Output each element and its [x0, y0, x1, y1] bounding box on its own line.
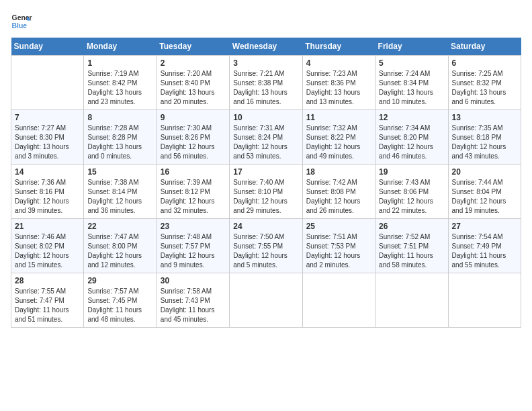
calendar-cell [11, 56, 84, 110]
calendar-week-row: 7 Sunrise: 7:27 AMSunset: 8:30 PMDayligh… [11, 110, 521, 165]
calendar-cell: 17 Sunrise: 7:40 AMSunset: 8:10 PMDaylig… [230, 165, 302, 219]
day-info: Sunrise: 7:25 AMSunset: 8:32 PMDaylight:… [452, 69, 517, 107]
day-info: Sunrise: 7:23 AMSunset: 8:36 PMDaylight:… [306, 69, 371, 107]
day-info: Sunrise: 7:54 AMSunset: 7:49 PMDaylight:… [452, 232, 517, 270]
day-number: 30 [161, 276, 226, 285]
header-sunday: Sunday [11, 38, 84, 56]
day-number: 18 [306, 167, 371, 177]
day-info: Sunrise: 7:57 AMSunset: 7:45 PMDaylight:… [87, 287, 152, 324]
day-number: 14 [15, 167, 80, 177]
calendar-cell: 19 Sunrise: 7:43 AMSunset: 8:06 PMDaylig… [375, 165, 448, 219]
calendar-cell: 2 Sunrise: 7:20 AMSunset: 8:40 PMDayligh… [157, 56, 229, 110]
calendar-cell: 26 Sunrise: 7:52 AMSunset: 7:51 PMDaylig… [375, 219, 448, 273]
day-number: 21 [15, 222, 80, 231]
day-number: 8 [87, 113, 152, 122]
calendar-cell: 1 Sunrise: 7:19 AMSunset: 8:42 PMDayligh… [84, 56, 157, 110]
calendar-cell: 21 Sunrise: 7:46 AMSunset: 8:02 PMDaylig… [11, 219, 84, 273]
day-number: 2 [161, 58, 226, 68]
calendar-cell: 29 Sunrise: 7:57 AMSunset: 7:45 PMDaylig… [84, 273, 157, 328]
day-number: 7 [15, 113, 80, 122]
day-number: 15 [87, 167, 152, 177]
calendar-cell: 15 Sunrise: 7:38 AMSunset: 8:14 PMDaylig… [84, 165, 157, 219]
day-info: Sunrise: 7:46 AMSunset: 8:02 PMDaylight:… [15, 232, 80, 270]
day-info: Sunrise: 7:52 AMSunset: 7:51 PMDaylight:… [379, 232, 444, 270]
day-info: Sunrise: 7:47 AMSunset: 8:00 PMDaylight:… [87, 232, 152, 270]
day-info: Sunrise: 7:58 AMSunset: 7:43 PMDaylight:… [161, 287, 226, 324]
day-info: Sunrise: 7:28 AMSunset: 8:28 PMDaylight:… [87, 124, 152, 161]
day-info: Sunrise: 7:42 AMSunset: 8:08 PMDaylight:… [306, 178, 371, 216]
header-wednesday: Wednesday [230, 38, 302, 56]
day-number: 1 [87, 58, 152, 68]
day-info: Sunrise: 7:40 AMSunset: 8:10 PMDaylight:… [233, 178, 298, 216]
calendar-cell: 28 Sunrise: 7:55 AMSunset: 7:47 PMDaylig… [11, 273, 84, 328]
calendar-cell: 20 Sunrise: 7:44 AMSunset: 8:04 PMDaylig… [448, 165, 521, 219]
calendar-cell: 13 Sunrise: 7:35 AMSunset: 8:18 PMDaylig… [448, 110, 521, 165]
day-number: 16 [161, 167, 226, 177]
day-info: Sunrise: 7:44 AMSunset: 8:04 PMDaylight:… [452, 178, 517, 216]
calendar-week-row: 21 Sunrise: 7:46 AMSunset: 8:02 PMDaylig… [11, 219, 521, 273]
day-number: 22 [87, 222, 152, 231]
calendar-cell: 8 Sunrise: 7:28 AMSunset: 8:28 PMDayligh… [84, 110, 157, 165]
day-number: 25 [306, 222, 371, 231]
day-info: Sunrise: 7:38 AMSunset: 8:14 PMDaylight:… [87, 178, 152, 216]
day-number: 11 [306, 113, 371, 122]
day-number: 20 [452, 167, 517, 177]
calendar-cell: 14 Sunrise: 7:36 AMSunset: 8:16 PMDaylig… [11, 165, 84, 219]
header-monday: Monday [84, 38, 157, 56]
day-info: Sunrise: 7:19 AMSunset: 8:42 PMDaylight:… [87, 69, 152, 107]
day-number: 26 [379, 222, 444, 231]
day-number: 17 [233, 167, 298, 177]
calendar-cell: 9 Sunrise: 7:30 AMSunset: 8:26 PMDayligh… [157, 110, 229, 165]
calendar-cell: 23 Sunrise: 7:48 AMSunset: 7:57 PMDaylig… [157, 219, 229, 273]
day-number: 19 [379, 167, 444, 177]
calendar-cell: 16 Sunrise: 7:39 AMSunset: 8:12 PMDaylig… [157, 165, 229, 219]
calendar-header-row: SundayMondayTuesdayWednesdayThursdayFrid… [11, 38, 521, 56]
day-info: Sunrise: 7:31 AMSunset: 8:24 PMDaylight:… [233, 124, 298, 161]
calendar-cell: 4 Sunrise: 7:23 AMSunset: 8:36 PMDayligh… [302, 56, 375, 110]
day-number: 24 [233, 222, 298, 231]
header-friday: Friday [375, 38, 448, 56]
day-number: 6 [452, 58, 517, 68]
calendar-cell: 18 Sunrise: 7:42 AMSunset: 8:08 PMDaylig… [302, 165, 375, 219]
day-info: Sunrise: 7:24 AMSunset: 8:34 PMDaylight:… [379, 69, 444, 107]
calendar-cell: 7 Sunrise: 7:27 AMSunset: 8:30 PMDayligh… [11, 110, 84, 165]
day-number: 23 [161, 222, 226, 231]
day-number: 5 [379, 58, 444, 68]
calendar-cell [230, 273, 302, 328]
day-info: Sunrise: 7:39 AMSunset: 8:12 PMDaylight:… [161, 178, 226, 216]
calendar-cell: 22 Sunrise: 7:47 AMSunset: 8:00 PMDaylig… [84, 219, 157, 273]
calendar-cell: 11 Sunrise: 7:32 AMSunset: 8:22 PMDaylig… [302, 110, 375, 165]
header-tuesday: Tuesday [157, 38, 229, 56]
header-saturday: Saturday [448, 38, 521, 56]
day-info: Sunrise: 7:30 AMSunset: 8:26 PMDaylight:… [161, 124, 226, 161]
header-thursday: Thursday [302, 38, 375, 56]
day-info: Sunrise: 7:55 AMSunset: 7:47 PMDaylight:… [15, 287, 80, 324]
day-number: 3 [233, 58, 298, 68]
calendar-cell: 12 Sunrise: 7:34 AMSunset: 8:20 PMDaylig… [375, 110, 448, 165]
day-info: Sunrise: 7:20 AMSunset: 8:40 PMDaylight:… [161, 69, 226, 107]
calendar-cell: 25 Sunrise: 7:51 AMSunset: 7:53 PMDaylig… [302, 219, 375, 273]
calendar-table: SundayMondayTuesdayWednesdayThursdayFrid… [11, 38, 521, 328]
calendar-cell [375, 273, 448, 328]
day-info: Sunrise: 7:43 AMSunset: 8:06 PMDaylight:… [379, 178, 444, 216]
svg-text:General: General [12, 14, 32, 21]
calendar-cell: 5 Sunrise: 7:24 AMSunset: 8:34 PMDayligh… [375, 56, 448, 110]
day-info: Sunrise: 7:48 AMSunset: 7:57 PMDaylight:… [161, 232, 226, 270]
calendar-week-row: 28 Sunrise: 7:55 AMSunset: 7:47 PMDaylig… [11, 273, 521, 328]
calendar-cell: 30 Sunrise: 7:58 AMSunset: 7:43 PMDaylig… [157, 273, 229, 328]
day-info: Sunrise: 7:34 AMSunset: 8:20 PMDaylight:… [379, 124, 444, 161]
logo-icon: General Blue [11, 11, 32, 32]
day-info: Sunrise: 7:27 AMSunset: 8:30 PMDaylight:… [15, 124, 80, 161]
day-info: Sunrise: 7:36 AMSunset: 8:16 PMDaylight:… [15, 178, 80, 216]
day-number: 27 [452, 222, 517, 231]
day-info: Sunrise: 7:35 AMSunset: 8:18 PMDaylight:… [452, 124, 517, 161]
day-number: 13 [452, 113, 517, 122]
day-number: 4 [306, 58, 371, 68]
calendar-cell: 3 Sunrise: 7:21 AMSunset: 8:38 PMDayligh… [230, 56, 302, 110]
day-number: 29 [87, 276, 152, 285]
calendar-cell: 27 Sunrise: 7:54 AMSunset: 7:49 PMDaylig… [448, 219, 521, 273]
page-header: General Blue [11, 11, 521, 32]
day-number: 12 [379, 113, 444, 122]
calendar-cell [448, 273, 521, 328]
calendar-cell: 10 Sunrise: 7:31 AMSunset: 8:24 PMDaylig… [230, 110, 302, 165]
